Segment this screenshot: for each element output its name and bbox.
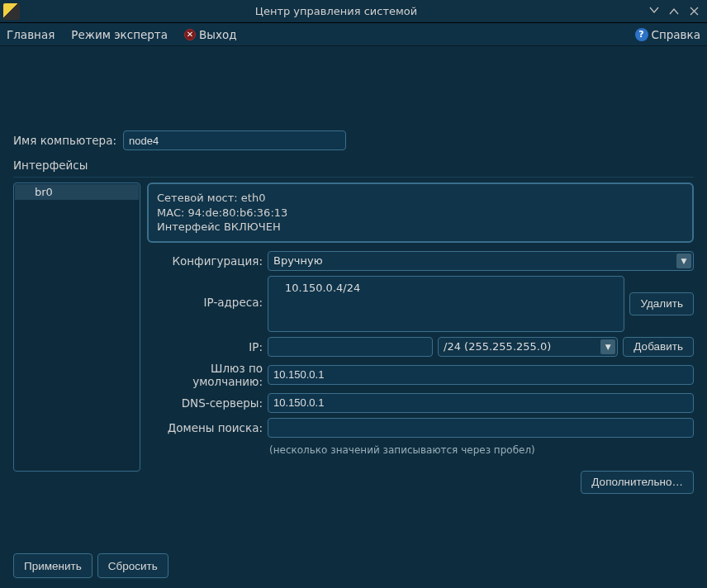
info-bridge: Сетевой мост: eth0: [157, 191, 684, 206]
ip-list-item[interactable]: 10.150.0.4/24: [285, 282, 607, 294]
netmask-select-value: /24 (255.255.255.0): [444, 340, 551, 353]
content-area: Имя компьютера: Интерфейсы br0 Сетевой м…: [0, 46, 707, 588]
minimize-button[interactable]: [648, 5, 661, 18]
hostname-label: Имя компьютера:: [13, 134, 116, 147]
menu-exit[interactable]: ✕ Выход: [184, 28, 237, 41]
config-select-value: Вручную: [273, 254, 323, 267]
window-title: Центр управления системой: [25, 5, 648, 17]
menu-exit-label: Выход: [199, 28, 237, 41]
interface-details: Сетевой мост: eth0 MAC: 94:de:80:b6:36:1…: [147, 183, 694, 532]
info-status: Интерфейс ВКЛЮЧЕН: [157, 220, 684, 235]
close-button[interactable]: [687, 5, 700, 18]
dns-input[interactable]: [268, 393, 694, 413]
netmask-select[interactable]: /24 (255.255.255.0) ▼: [438, 337, 618, 357]
menubar: Главная Режим эксперта ✕ Выход ? Справка: [0, 23, 707, 46]
ips-label: IP-адреса:: [147, 276, 263, 309]
dropdown-arrow-icon: ▼: [600, 339, 615, 354]
config-label: Конфигурация:: [147, 254, 263, 268]
advanced-button[interactable]: Дополнительно…: [581, 471, 694, 494]
interface-item[interactable]: br0: [15, 184, 139, 200]
divider: [13, 177, 694, 178]
add-ip-button[interactable]: Добавить: [623, 337, 694, 357]
exit-icon: ✕: [184, 29, 196, 40]
ip-address-list[interactable]: 10.150.0.4/24: [268, 276, 624, 332]
hint-text: (несколько значений записываются через п…: [269, 444, 694, 456]
info-mac: MAC: 94:de:80:b6:36:13: [157, 206, 684, 220]
menu-expert[interactable]: Режим эксперта: [71, 28, 168, 41]
interface-info-box: Сетевой мост: eth0 MAC: 94:de:80:b6:36:1…: [147, 183, 694, 243]
dropdown-arrow-icon: ▼: [676, 254, 691, 268]
help-icon: ?: [635, 28, 648, 41]
config-select[interactable]: Вручную ▼: [268, 251, 694, 271]
app-icon: [3, 3, 20, 20]
ip-input[interactable]: [268, 337, 433, 357]
gateway-input[interactable]: [268, 365, 694, 385]
delete-ip-button[interactable]: Удалить: [629, 292, 694, 315]
reset-button[interactable]: Сбросить: [97, 553, 168, 578]
ip-label: IP:: [147, 340, 263, 353]
search-domains-label: Домены поиска:: [147, 421, 263, 434]
menu-help-label: Справка: [652, 28, 700, 41]
menu-main[interactable]: Главная: [7, 28, 55, 41]
search-domains-input[interactable]: [268, 418, 694, 438]
apply-button[interactable]: Применить: [13, 553, 93, 578]
interface-list[interactable]: br0: [13, 183, 140, 472]
menu-help[interactable]: ? Справка: [635, 28, 700, 41]
gateway-label: Шлюз по умолчанию:: [147, 362, 263, 388]
interfaces-heading: Интерфейсы: [13, 159, 694, 172]
dns-label: DNS-серверы:: [147, 396, 263, 410]
hostname-input[interactable]: [123, 130, 346, 150]
maximize-button[interactable]: [667, 5, 681, 18]
window-titlebar: Центр управления системой: [0, 0, 707, 23]
